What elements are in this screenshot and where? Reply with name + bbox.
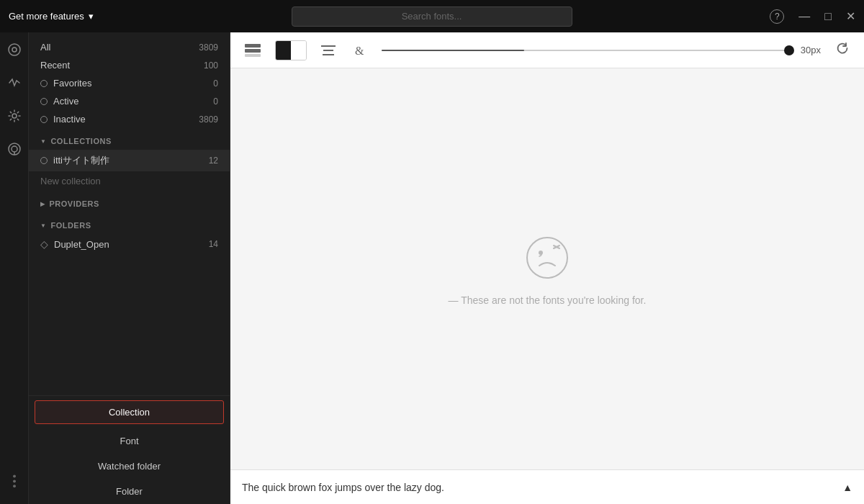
preview-bar: The quick brown fox jumps over the lazy … [230,469,864,504]
collection-count: 12 [209,156,218,166]
color-swatch[interactable] [275,40,307,60]
favorites-label: Favorites [53,78,91,89]
minimize-icon[interactable]: — [798,10,810,23]
main-layout: ••• All 3809 Recent 100 Favorites [0,32,864,504]
podcast-icon[interactable] [4,139,24,159]
search-bar[interactable]: Search fonts... [292,6,572,27]
sidebar: All 3809 Recent 100 Favorites 0 [29,32,230,504]
slider-value: 30px [801,45,821,55]
new-collection-button[interactable]: New collection [29,171,230,191]
favorites-count: 0 [213,78,218,89]
svg-rect-7 [245,49,261,53]
active-label: Active [53,96,78,107]
get-more-features-label: Get more features [9,11,84,22]
expand-preview-button[interactable]: ▲ [842,482,852,493]
all-count: 3809 [199,42,218,53]
sidebar-item-folder-duplet[interactable]: ◇ Duplet_Open 14 [29,234,230,254]
svg-point-13 [527,238,567,278]
window-controls: ? — □ ✕ [770,9,855,24]
sidebar-bottom-menu: Collection Font Watched folder Folder [29,395,230,504]
help-icon[interactable]: ? [770,9,784,24]
activity-icon[interactable] [4,73,24,93]
list-view-button[interactable] [242,41,264,60]
size-slider-track[interactable] [382,50,789,51]
chevron-down-icon: ▾ [89,11,94,22]
inactive-count: 3809 [199,114,218,125]
svg-point-1 [12,48,17,52]
folder-watch-icon: ◇ [40,238,48,250]
svg-rect-6 [245,44,261,48]
sidebar-item-favorites[interactable]: Favorites 0 [29,74,230,92]
collections-header-label: COLLECTIONS [50,137,111,145]
preview-text: The quick brown fox jumps over the lazy … [242,482,444,493]
close-icon[interactable]: ✕ [846,9,855,23]
icon-bar: ••• [0,32,29,504]
settings-icon[interactable] [4,106,24,126]
slider-fill [382,50,524,51]
folders-arrow-icon: ▼ [40,222,46,229]
inactive-label: Inactive [53,114,86,125]
folders-header-label: FOLDERS [50,221,91,230]
active-circle-icon [40,98,48,105]
maximize-icon[interactable]: □ [824,10,832,23]
sidebar-item-recent[interactable]: Recent 100 [29,56,230,74]
align-button[interactable] [318,42,338,59]
folder-label: Duplet_Open [54,239,109,250]
get-more-features-button[interactable]: Get more features ▾ [9,11,94,22]
svg-rect-8 [245,54,261,57]
sidebar-item-active[interactable]: Active 0 [29,92,230,110]
sidebar-item-all[interactable]: All 3809 [29,38,230,56]
add-font-button[interactable]: Font [29,428,230,454]
add-folder-button[interactable]: Folder [29,479,230,504]
black-swatch [276,41,291,60]
svg-point-0 [9,44,20,55]
empty-message: — These are not the fonts you're looking… [449,294,647,306]
inactive-circle-icon [40,116,48,123]
providers-section-header[interactable]: ▶ PROVIDERS [29,191,230,212]
svg-point-2 [12,114,17,118]
more-options-icon[interactable]: ••• [9,474,20,490]
collections-arrow-icon: ▼ [40,138,46,145]
collections-section-header[interactable]: ▼ COLLECTIONS [29,128,230,150]
search-container: Search fonts... [94,6,770,27]
svg-point-4 [12,146,17,152]
search-placeholder: Search fonts... [402,11,462,22]
sidebar-nav: All 3809 Recent 100 Favorites 0 [29,32,230,395]
collection-label: ittiサイト制作 [53,154,109,167]
ampersand-button[interactable]: & [350,40,370,60]
add-watched-folder-button[interactable]: Watched folder [29,454,230,479]
size-slider-container [382,50,789,51]
svg-text:&: & [355,45,364,57]
active-count: 0 [213,96,218,107]
recent-count: 100 [204,60,218,71]
providers-arrow-icon: ▶ [40,201,45,207]
content-area: & 30px [230,32,864,504]
sidebar-item-collection-itti[interactable]: ittiサイト制作 12 [29,150,230,171]
sad-face-icon [522,233,572,283]
white-swatch [291,41,306,60]
folders-section-header[interactable]: ▼ FOLDERS [29,212,230,234]
empty-state: — These are not the fonts you're looking… [230,68,864,469]
favorites-circle-icon [40,80,48,87]
all-label: All [40,42,50,53]
slider-thumb[interactable] [784,45,794,55]
reset-button[interactable] [832,38,852,62]
svg-point-14 [539,251,543,255]
fonts-icon[interactable] [4,40,24,60]
recent-label: Recent [40,60,70,71]
collection-circle-icon [40,157,48,164]
sidebar-item-inactive[interactable]: Inactive 3809 [29,110,230,128]
folder-count: 14 [209,239,218,249]
toolbar: & 30px [230,32,864,68]
providers-header-label: PROVIDERS [50,199,99,208]
titlebar: Get more features ▾ Search fonts... ? — … [0,0,864,32]
add-collection-button[interactable]: Collection [35,400,224,424]
